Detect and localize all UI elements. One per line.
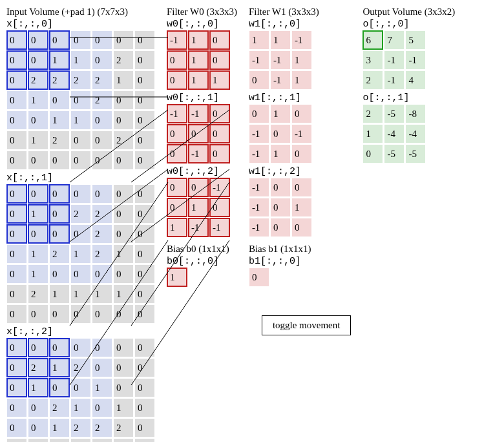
input-cell: 2 (92, 204, 112, 224)
filter-w1-cell: -1 (249, 198, 269, 217)
filter-w1-cell: -1 (249, 50, 269, 70)
filter-w1-cell: -1 (291, 124, 312, 143)
input-cell: 0 (134, 151, 155, 170)
input-cell: 0 (134, 70, 155, 90)
input-cell: 1 (92, 378, 112, 397)
input-cell: 0 (134, 30, 155, 50)
input-cell: 0 (6, 304, 27, 324)
input-cell: 0 (6, 244, 27, 264)
filter-w1-slice-label: w1[:,:,1] (249, 92, 352, 103)
input-cell: 0 (49, 204, 70, 224)
output-cell: -8 (405, 104, 426, 123)
input-cell: 0 (70, 438, 91, 442)
input-cell: 0 (113, 90, 134, 110)
filter-w0-cell: 1 (188, 70, 209, 90)
filter-w0-grid: -1-100000-10 (167, 104, 237, 163)
input-cell: 0 (134, 50, 155, 70)
filter-w0-column: Filter W0 (3x3x3)w0[:,:,0]-110010011w0[:… (167, 6, 237, 289)
filter-w1-cell: 1 (291, 70, 312, 90)
input-cell: 1 (28, 378, 48, 397)
output-grid: 2-5-81-4-40-5-5 (362, 104, 455, 163)
toggle-movement-button[interactable]: toggle movement (262, 315, 352, 335)
input-cell: 0 (113, 111, 134, 130)
output-grid: 6753-1-12-14 (362, 30, 455, 90)
input-cell: 0 (6, 90, 27, 110)
input-cell: 0 (6, 264, 27, 284)
input-cell: 0 (6, 418, 27, 437)
input-cell: 0 (28, 50, 48, 70)
input-cell: 0 (92, 264, 112, 284)
input-cell: 0 (49, 378, 70, 397)
input-cell: 1 (113, 438, 134, 442)
input-cell: 0 (49, 338, 70, 357)
input-cell: 0 (92, 151, 112, 170)
filter-w0-cell: 1 (209, 70, 230, 90)
input-slice-label: x[:,:,0] (6, 19, 155, 30)
input-cell: 0 (70, 30, 91, 50)
filter-w1-title: Filter W1 (3x3x3) (249, 6, 352, 17)
input-cell: 2 (113, 131, 134, 150)
input-cell: 2 (28, 438, 48, 442)
filter-w0-cell: 0 (209, 198, 230, 217)
bias-b0-cell: 1 (167, 268, 187, 287)
input-cell: 2 (92, 90, 112, 110)
input-cell: 0 (6, 204, 27, 224)
bias-b1-title: Bias b1 (1x1x1) (249, 244, 352, 255)
input-cell: 0 (6, 184, 27, 204)
input-cell: 1 (28, 244, 48, 264)
input-cell: 0 (92, 438, 112, 442)
output-column: Output Volume (3x3x2)o[:,:,0]6753-1-12-1… (362, 6, 455, 166)
filter-w0-cell: -1 (209, 218, 230, 237)
input-cell: 2 (70, 418, 91, 437)
output-cell: 7 (384, 30, 404, 50)
filter-w0-cell: 0 (188, 178, 209, 197)
input-cell: 0 (28, 30, 48, 50)
input-cell: 1 (28, 264, 48, 284)
output-cell: -5 (384, 144, 404, 163)
filter-w1-cell: 0 (270, 198, 291, 217)
input-slice-label: x[:,:,1] (6, 173, 155, 184)
input-cell: 1 (113, 284, 134, 304)
input-cell: 1 (49, 111, 70, 130)
input-cell: 2 (113, 50, 134, 70)
filter-w0-grid: 00-10101-1-1 (167, 178, 237, 237)
input-cell: 0 (134, 398, 155, 417)
input-cell: 0 (134, 338, 155, 357)
input-cell: 0 (134, 204, 155, 224)
input-cell: 0 (113, 338, 134, 357)
filter-w1-cell: 1 (249, 30, 269, 50)
input-cell: 2 (49, 244, 70, 264)
bias-b0-grid: 1 (167, 268, 237, 287)
input-grid: 0000000021200001001000021010001222002100… (6, 338, 155, 442)
output-cell: -1 (405, 50, 426, 70)
input-cell: 2 (92, 244, 112, 264)
input-cell: 0 (70, 131, 91, 150)
output-cell: -4 (384, 124, 404, 143)
input-cell: 0 (134, 438, 155, 442)
output-cell: -5 (384, 104, 404, 123)
input-cell: 2 (113, 418, 134, 437)
input-cell: 1 (113, 70, 134, 90)
filter-w1-cell: 1 (270, 104, 291, 123)
filter-w0-cell: 0 (209, 30, 230, 50)
input-cell: 1 (28, 131, 48, 150)
filter-w0-slice-label: w0[:,:,0] (167, 19, 237, 30)
filter-w0-slice-label: w0[:,:,2] (167, 166, 237, 177)
filter-w0-cell: 1 (188, 198, 209, 217)
filter-w1-cell: 1 (291, 50, 312, 70)
input-cell: 0 (113, 264, 134, 284)
output-cell: 5 (405, 30, 426, 50)
filter-w0-grid: -110010011 (167, 30, 237, 90)
filter-w1-cell: -1 (270, 50, 291, 70)
filter-w0-cell: 1 (167, 218, 187, 237)
input-cell: 0 (28, 111, 48, 130)
input-cell: 0 (113, 358, 134, 377)
input-cell: 0 (92, 111, 112, 130)
output-cell: 6 (362, 30, 383, 50)
input-cell: 0 (49, 90, 70, 110)
input-cell: 0 (49, 304, 70, 324)
input-cell: 1 (70, 244, 91, 264)
input-cell: 0 (70, 184, 91, 204)
input-cell: 2 (92, 224, 112, 244)
filter-w1-column: Filter W1 (3x3x3)w1[:,:,0]11-1-1-110-11w… (249, 6, 352, 335)
